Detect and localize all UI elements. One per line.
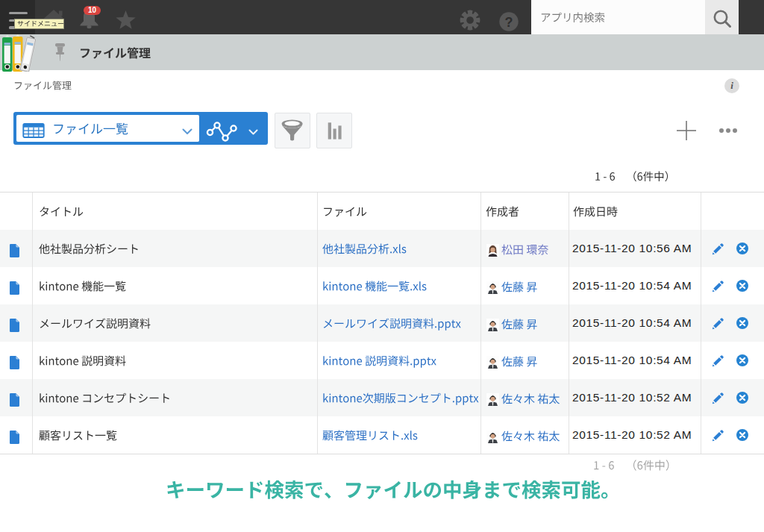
svg-text:?: ?	[505, 15, 513, 30]
